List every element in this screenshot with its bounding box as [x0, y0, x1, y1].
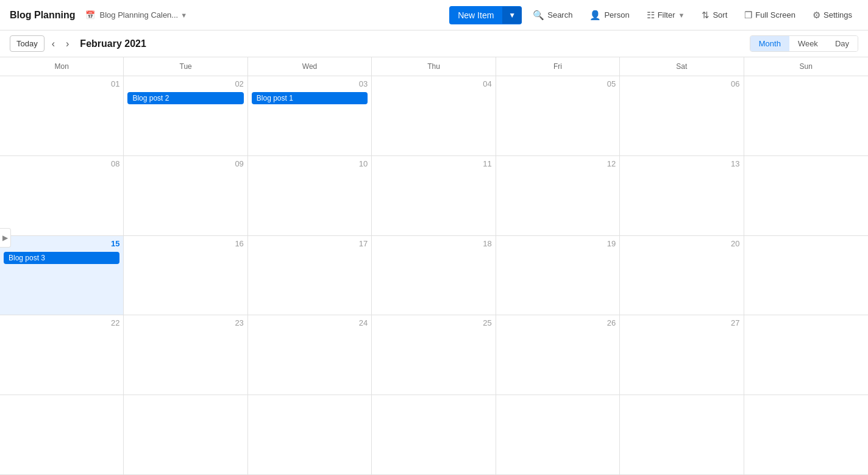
sidebar-toggle[interactable]: ▶ [0, 228, 11, 248]
board-label: Blog Planning Calen... [100, 10, 179, 20]
cal-cell-01[interactable]: 01 [0, 76, 124, 156]
cal-date-11: 11 [375, 159, 491, 170]
cal-date-22: 22 [4, 318, 119, 329]
fullscreen-label: Full Screen [755, 10, 795, 20]
sort-button[interactable]: ⇅ Sort [695, 6, 733, 24]
cal-cell-06[interactable]: 06 [620, 76, 744, 156]
header: Blog Planning 📅 Blog Planning Calen... ▼… [0, 0, 868, 30]
filter-button[interactable]: ☷ Filter ▼ [641, 6, 691, 24]
cal-event[interactable]: Blog post 3 [4, 252, 119, 264]
cal-date-01: 01 [4, 79, 119, 90]
person-label: Person [604, 10, 629, 20]
cal-cell-empty-3-6[interactable] [744, 315, 868, 395]
cal-cell-11[interactable]: 11 [372, 156, 496, 236]
sort-label: Sort [713, 10, 727, 20]
cal-cell-02[interactable]: 02Blog post 2 [124, 76, 247, 156]
cal-date-24: 24 [252, 318, 368, 329]
cal-cell-17[interactable]: 17 [248, 236, 372, 316]
cal-cell-18[interactable]: 18 [372, 236, 496, 316]
cal-date-25: 25 [375, 318, 491, 329]
cal-cell-08[interactable]: 08 [0, 156, 124, 236]
cal-cell-23[interactable]: 23 [124, 315, 247, 395]
cal-date-17: 17 [252, 238, 368, 249]
cal-cell-25[interactable]: 25 [372, 315, 496, 395]
cal-cell-empty-4-3[interactable] [372, 395, 496, 475]
filter-icon: ☷ [647, 10, 655, 21]
day-header-sat: Sat [620, 57, 744, 76]
cal-date-12: 12 [500, 159, 616, 170]
cal-cell-22[interactable]: 22 [0, 315, 124, 395]
cal-cell-empty-0-6[interactable] [744, 76, 868, 156]
new-item-button[interactable]: New Item [449, 6, 502, 24]
cal-cell-empty-4-5[interactable] [620, 395, 744, 475]
view-toggle: Month Week Day [750, 35, 858, 52]
day-header-mon: Mon [0, 57, 124, 76]
cal-cell-04[interactable]: 04 [372, 76, 496, 156]
search-button[interactable]: 🔍 Search [527, 6, 578, 24]
person-button[interactable]: 👤 Person [583, 6, 635, 24]
cal-event[interactable]: Blog post 2 [127, 92, 243, 104]
toolbar: Today ‹ › February 2021 Month Week Day [0, 30, 868, 57]
cal-date-08: 08 [4, 159, 119, 170]
cal-date-15: 15 [4, 238, 119, 249]
cal-cell-20[interactable]: 20 [620, 236, 744, 316]
cal-cell-empty-4-6[interactable] [744, 395, 868, 475]
settings-label: Settings [824, 10, 852, 20]
cal-cell-empty-4-2[interactable] [248, 395, 372, 475]
cal-date-26: 26 [500, 318, 616, 329]
current-month-label: February 2021 [80, 38, 146, 49]
sort-icon: ⇅ [702, 10, 710, 21]
app-title: Blog Planning [10, 10, 76, 21]
day-view-button[interactable]: Day [827, 36, 858, 51]
cal-date-03: 03 [252, 79, 368, 90]
cal-cell-empty-4-1[interactable] [124, 395, 247, 475]
search-label: Search [547, 10, 572, 20]
cal-cell-10[interactable]: 10 [248, 156, 372, 236]
day-header-sun: Sun [744, 57, 868, 76]
day-header-thu: Thu [372, 57, 496, 76]
cal-cell-12[interactable]: 12 [496, 156, 620, 236]
day-header-fri: Fri [496, 57, 620, 76]
cal-cell-27[interactable]: 27 [620, 315, 744, 395]
chevron-down-icon: ▼ [180, 12, 187, 19]
fullscreen-icon: ❐ [744, 10, 752, 21]
board-selector[interactable]: 📅 Blog Planning Calen... ▼ [80, 8, 193, 22]
cal-event[interactable]: Blog post 1 [252, 92, 368, 104]
cal-date-09: 09 [127, 159, 243, 170]
cal-cell-19[interactable]: 19 [496, 236, 620, 316]
cal-cell-24[interactable]: 24 [248, 315, 372, 395]
settings-button[interactable]: ⚙ Settings [806, 6, 858, 24]
calendar-grid: 0102Blog post 203Blog post 1040506080910… [0, 76, 868, 475]
cal-date-13: 13 [624, 159, 739, 170]
cal-cell-empty-1-6[interactable] [744, 156, 868, 236]
next-month-button[interactable]: › [62, 36, 73, 52]
cal-date-20: 20 [624, 238, 739, 249]
cal-date-18: 18 [375, 238, 491, 249]
today-button[interactable]: Today [10, 35, 44, 52]
cal-cell-empty-4-4[interactable] [496, 395, 620, 475]
calendar: Mon Tue Wed Thu Fri Sat Sun 0102Blog pos… [0, 57, 868, 475]
cal-date-19: 19 [500, 238, 616, 249]
new-item-dropdown-button[interactable]: ▼ [502, 7, 522, 24]
cal-date-10: 10 [252, 159, 368, 170]
filter-label: Filter [658, 10, 675, 20]
settings-icon: ⚙ [813, 10, 820, 21]
cal-cell-13[interactable]: 13 [620, 156, 744, 236]
cal-cell-05[interactable]: 05 [496, 76, 620, 156]
week-view-button[interactable]: Week [789, 36, 827, 51]
cal-date-23: 23 [127, 318, 243, 329]
cal-cell-26[interactable]: 26 [496, 315, 620, 395]
fullscreen-button[interactable]: ❐ Full Screen [738, 6, 802, 24]
prev-month-button[interactable]: ‹ [48, 36, 59, 52]
cal-date-05: 05 [500, 79, 616, 90]
cal-date-06: 06 [624, 79, 739, 90]
cal-date-27: 27 [624, 318, 739, 329]
cal-cell-empty-4-0[interactable] [0, 395, 124, 475]
cal-cell-09[interactable]: 09 [124, 156, 247, 236]
cal-cell-16[interactable]: 16 [124, 236, 247, 316]
new-item-button-group: New Item ▼ [449, 6, 522, 24]
cal-cell-empty-2-6[interactable] [744, 236, 868, 316]
month-view-button[interactable]: Month [750, 36, 789, 51]
cal-cell-15[interactable]: 15Blog post 3 [0, 236, 124, 316]
cal-cell-03[interactable]: 03Blog post 1 [248, 76, 372, 156]
